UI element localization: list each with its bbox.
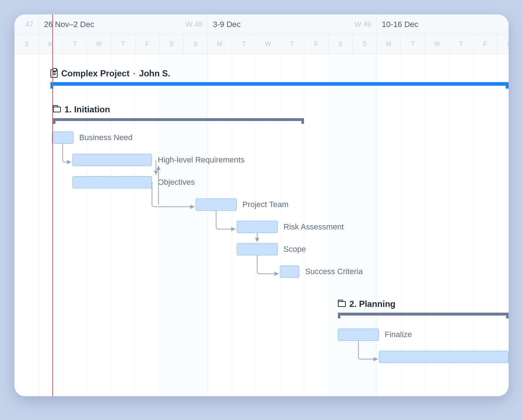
- task-label: Finalize: [385, 330, 412, 339]
- task-label: Business Need: [79, 133, 133, 142]
- week-range: 26 Nov–2 Dec: [44, 20, 94, 29]
- day-cell[interactable]: S: [183, 34, 207, 54]
- folder-icon: [338, 301, 346, 307]
- grid-line: [376, 54, 377, 396]
- day-row: SMTWTFSSMTWTFSSMTWTFS: [14, 34, 509, 54]
- task-label: Project Team: [242, 200, 289, 209]
- day-cell[interactable]: T: [232, 34, 256, 54]
- task-scope[interactable]: Scope: [237, 243, 306, 255]
- grid-line: [425, 54, 425, 396]
- day-cell[interactable]: M: [376, 34, 401, 54]
- task-bar[interactable]: [338, 329, 379, 341]
- task-label: Success Criteria: [305, 267, 363, 276]
- phase-title[interactable]: 2. Planning: [338, 299, 509, 309]
- week-row: 47 26 Nov–2 Dec W 48 3-9 Dec W 49 10-16 …: [14, 14, 509, 34]
- day-cell[interactable]: T: [111, 34, 135, 54]
- day-cell[interactable]: F: [304, 34, 328, 54]
- task-label: Risk Assessment: [283, 222, 344, 232]
- day-cell[interactable]: S: [159, 34, 183, 54]
- clipboard-icon: [50, 69, 58, 78]
- task-business-need[interactable]: Business Need: [52, 131, 133, 144]
- task-label: High-level Requirements: [158, 155, 245, 165]
- week-number: W 49: [354, 20, 371, 28]
- day-cell[interactable]: T: [63, 34, 87, 54]
- phase-planning: 2. Planning: [338, 299, 509, 316]
- task-bar[interactable]: [196, 198, 237, 211]
- phase-bracket[interactable]: [53, 118, 304, 121]
- task-label: Objectives: [158, 178, 195, 187]
- day-cell[interactable]: M: [207, 34, 232, 54]
- phase-bracket[interactable]: [338, 313, 509, 316]
- task-bar[interactable]: [72, 176, 152, 188]
- grid-line: [449, 54, 449, 396]
- phase-initiation: 1. Initiation: [53, 104, 304, 121]
- day-cell[interactable]: S: [352, 34, 376, 54]
- task-objectives[interactable]: Objectives: [72, 176, 195, 188]
- phase-label: 2. Planning: [349, 299, 395, 309]
- task-bar[interactable]: [237, 243, 278, 255]
- today-line: [52, 14, 53, 396]
- task-next[interactable]: [379, 351, 509, 363]
- week-range: 3-9 Dec: [213, 20, 241, 29]
- week-cell[interactable]: 26 Nov–2 Dec W 48: [39, 14, 207, 34]
- day-cell[interactable]: S: [14, 34, 39, 54]
- grid-line: [14, 54, 15, 396]
- gantt-frame: 47 26 Nov–2 Dec W 48 3-9 Dec W 49 10-16 …: [14, 14, 509, 396]
- week-range: 10-16 Dec: [382, 20, 419, 29]
- project-title[interactable]: Complex Project · John S.: [50, 68, 509, 79]
- folder-icon: [53, 107, 61, 112]
- task-bar[interactable]: [52, 131, 73, 144]
- separator-dot: ·: [133, 68, 135, 79]
- task-success-criteria[interactable]: Success Criteria: [280, 265, 363, 278]
- week-cell[interactable]: 3-9 Dec W 49: [207, 14, 376, 34]
- phase-label: 1. Initiation: [64, 104, 110, 115]
- grid-line: [497, 54, 497, 396]
- day-cell[interactable]: W: [256, 34, 280, 54]
- timeline-header: 47 26 Nov–2 Dec W 48 3-9 Dec W 49 10-16 …: [14, 14, 509, 54]
- task-bar[interactable]: [237, 221, 278, 233]
- gantt-body[interactable]: Complex Project · John S. 1. Initiation …: [14, 54, 509, 396]
- phase-title[interactable]: 1. Initiation: [53, 104, 304, 115]
- task-high-level-req[interactable]: High-level Requirements: [72, 154, 245, 166]
- week-cell[interactable]: 10-16 Dec: [376, 14, 509, 34]
- week-cell[interactable]: 47: [14, 14, 39, 34]
- project-owner: John S.: [139, 68, 170, 79]
- task-bar[interactable]: [379, 351, 509, 363]
- task-bar[interactable]: [280, 265, 299, 278]
- day-cell[interactable]: F: [473, 34, 497, 54]
- week-number: W 48: [185, 20, 202, 28]
- day-cell[interactable]: T: [401, 34, 425, 54]
- project-bracket[interactable]: [50, 82, 509, 86]
- day-cell[interactable]: W: [87, 34, 111, 54]
- task-bar[interactable]: [72, 154, 152, 166]
- task-label: Scope: [283, 245, 306, 254]
- day-cell[interactable]: S: [497, 34, 509, 54]
- task-risk-assessment[interactable]: Risk Assessment: [237, 221, 344, 233]
- day-cell[interactable]: F: [135, 34, 159, 54]
- day-cell[interactable]: T: [449, 34, 473, 54]
- grid-line: [401, 54, 401, 396]
- grid-line: [39, 54, 39, 396]
- day-cell[interactable]: M: [39, 34, 63, 54]
- project-name: Complex Project: [61, 68, 129, 79]
- task-project-team[interactable]: Project Team: [196, 198, 289, 211]
- project-row: Complex Project · John S.: [50, 68, 509, 86]
- grid-line: [473, 54, 473, 396]
- day-cell[interactable]: W: [425, 34, 449, 54]
- day-cell[interactable]: S: [328, 34, 352, 54]
- week-number: 47: [26, 20, 33, 28]
- task-finalize[interactable]: Finalize: [338, 329, 412, 341]
- day-cell[interactable]: T: [280, 34, 304, 54]
